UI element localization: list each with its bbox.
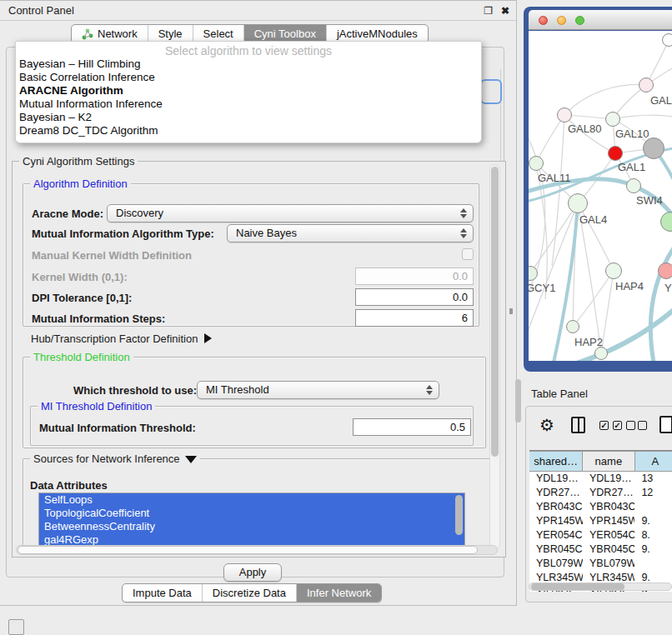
network-node-hap4[interactable]: [605, 262, 622, 279]
table-cell: YBR043C: [583, 500, 634, 514]
dropdown-item[interactable]: Basic Correlation Inference: [16, 71, 481, 84]
node-label: HAP4: [615, 280, 644, 292]
tab-label: Network: [98, 28, 138, 40]
table-row[interactable]: YBL079WYBL079W: [529, 557, 672, 571]
tab-discretize-data[interactable]: Discretize Data: [202, 584, 296, 602]
network-node-gal10[interactable]: [605, 112, 620, 127]
columns-icon[interactable]: [571, 417, 585, 433]
algorithm-dropdown-popup: Select algorithm to view settings Bayesi…: [15, 41, 482, 143]
mi-algorithm-type-select[interactable]: Naive Bayes: [227, 224, 474, 242]
manual-kernel-checkbox[interactable]: [462, 248, 474, 260]
apply-button[interactable]: Apply: [223, 563, 282, 582]
dropdown-item[interactable]: Dream8 DC_TDC Algorithm: [16, 124, 481, 138]
network-node-y[interactable]: [658, 262, 672, 279]
network-node-gal[interactable]: [639, 78, 654, 92]
dropdown-item[interactable]: Bayesian – Hill Climbing: [16, 58, 481, 71]
data-attribute-item[interactable]: SelfLoops: [39, 493, 464, 507]
minimize-traffic-light[interactable]: [557, 16, 566, 25]
table-row[interactable]: YBR043CYBR043C: [529, 500, 672, 514]
network-node[interactable]: [594, 347, 608, 360]
kernel-width-input[interactable]: 0.0: [355, 268, 474, 285]
network-canvas[interactable]: GALGAL80GAL10GAL1GAL11SWI4GAL4GCY1HAP4YH…: [529, 31, 672, 361]
table-column-header[interactable]: A: [635, 451, 672, 472]
mi-steps-input[interactable]: 6: [355, 309, 474, 327]
table-row[interactable]: YER054CYER054C8.: [529, 528, 672, 542]
table-cell: YBR045C: [583, 542, 634, 557]
table-row[interactable]: YDR27…YDR27…12: [529, 486, 672, 500]
mi-threshold-definition-title: MI Threshold Definition: [38, 400, 155, 412]
dropdown-item[interactable]: ARACNE Algorithm: [16, 84, 481, 98]
list-scrollbar-thumb[interactable]: [455, 495, 463, 535]
network-node-gal11[interactable]: [529, 156, 544, 171]
network-view-window: GALGAL80GAL10GAL1GAL11SWI4GAL4GCY1HAP4YH…: [524, 7, 672, 372]
checked-checkbox-icon[interactable]: ✓: [599, 421, 609, 430]
table-row[interactable]: YDL19…YDL19…13: [529, 472, 672, 486]
tab-infer-network[interactable]: Infer Network: [296, 584, 381, 602]
tab-select[interactable]: Select: [193, 25, 243, 42]
settings-hscrollbar-thumb[interactable]: [18, 546, 478, 554]
settings-scrollbar-thumb[interactable]: [491, 167, 499, 457]
node-table[interactable]: shared…nameA YDL19…YDL19…13YDR27…YDR27…1…: [529, 450, 672, 592]
settings-vertical-scrollbar[interactable]: [489, 164, 500, 549]
dpi-tolerance-input[interactable]: 0.0: [355, 288, 474, 306]
network-node[interactable]: [643, 138, 664, 159]
mi-type-value: Naive Bayes: [236, 227, 297, 239]
dpi-tolerance-value: 0.0: [453, 291, 468, 303]
data-attribute-item[interactable]: TopologicalCoefficient: [39, 507, 464, 520]
network-edge[interactable]: [601, 271, 614, 353]
network-node-gal4[interactable]: [568, 193, 588, 213]
settings-horizontal-scrollbar[interactable]: [16, 545, 498, 555]
network-edge-highlighted[interactable]: [650, 241, 672, 361]
network-node-hap2[interactable]: [566, 320, 579, 333]
node-label: GAL: [650, 94, 672, 107]
mi-threshold-input[interactable]: 0.5: [353, 418, 471, 436]
minimized-panel-button[interactable]: [8, 619, 24, 635]
unchecked-checkbox-icon[interactable]: [626, 421, 635, 430]
table-column-header[interactable]: shared…: [529, 451, 583, 472]
table-hscrollbar-thumb[interactable]: [531, 583, 624, 590]
tab-network[interactable]: Network: [72, 25, 148, 42]
combo-arrows-icon: [460, 228, 468, 239]
data-attribute-item[interactable]: BetweennessCentrality: [39, 520, 464, 533]
tab-cyni-toolbox[interactable]: Cyni Toolbox: [243, 25, 326, 42]
table-column-header[interactable]: name: [583, 451, 635, 472]
tab-impute-data[interactable]: Impute Data: [123, 584, 202, 602]
network-node-gal80[interactable]: [557, 108, 572, 122]
dropdown-item[interactable]: Bayesian – K2: [16, 111, 481, 124]
close-traffic-light[interactable]: [539, 16, 548, 25]
tab-style[interactable]: Style: [148, 25, 193, 42]
panel-splitter-handle[interactable]: [509, 308, 513, 314]
network-node-gal1[interactable]: [608, 146, 623, 161]
document-icon[interactable]: [659, 416, 672, 433]
network-node[interactable]: [662, 33, 672, 47]
gear-icon[interactable]: ⚙: [539, 415, 554, 435]
right-pane-scrollbar-thumb[interactable]: [515, 379, 521, 422]
aracne-mode-select[interactable]: Discovery: [107, 204, 474, 222]
network-edge[interactable]: [536, 115, 564, 163]
close-window-icon[interactable]: ✖: [501, 5, 509, 17]
which-threshold-select[interactable]: MI Threshold: [197, 381, 439, 399]
tab-jactivemnodules[interactable]: jActiveMNodules: [326, 25, 428, 42]
zoom-traffic-light[interactable]: [575, 16, 584, 25]
network-edge[interactable]: [564, 84, 646, 115]
cyni-algorithm-settings-group: Cyni Algorithm Settings Algorithm Defini…: [12, 161, 506, 558]
sources-group-title[interactable]: Sources for Network Inference: [30, 452, 200, 465]
network-edge-highlighted[interactable]: [579, 306, 672, 361]
dropdown-item[interactable]: Mutual Information Inference: [16, 98, 481, 111]
table-row[interactable]: YBR045CYBR045C9.: [529, 542, 672, 557]
data-attributes-list[interactable]: SelfLoopsTopologicalCoefficientBetweenne…: [38, 492, 465, 547]
network-edge[interactable]: [578, 203, 601, 353]
float-window-icon[interactable]: ❐: [484, 5, 493, 17]
table-cell: YDR27…: [529, 486, 583, 500]
node-label: GAL80: [568, 122, 601, 135]
network-edge[interactable]: [613, 115, 672, 119]
table-horizontal-scrollbar[interactable]: [529, 582, 672, 591]
checked-checkbox-icon[interactable]: ✓: [613, 421, 622, 430]
unchecked-checkbox-icon[interactable]: [638, 421, 647, 430]
control-panel-titlebar: Control Panel ❐ ✖: [0, 1, 516, 21]
network-node-swi4[interactable]: [626, 178, 641, 193]
manual-kernel-label: Manual Kernel Width Definition: [32, 249, 192, 262]
table-row[interactable]: YPR145WYPR145W9.: [529, 514, 672, 528]
hub-definition-toggle[interactable]: Hub/Transcription Factor Definition: [31, 332, 212, 345]
node-label: GAL4: [579, 213, 607, 226]
